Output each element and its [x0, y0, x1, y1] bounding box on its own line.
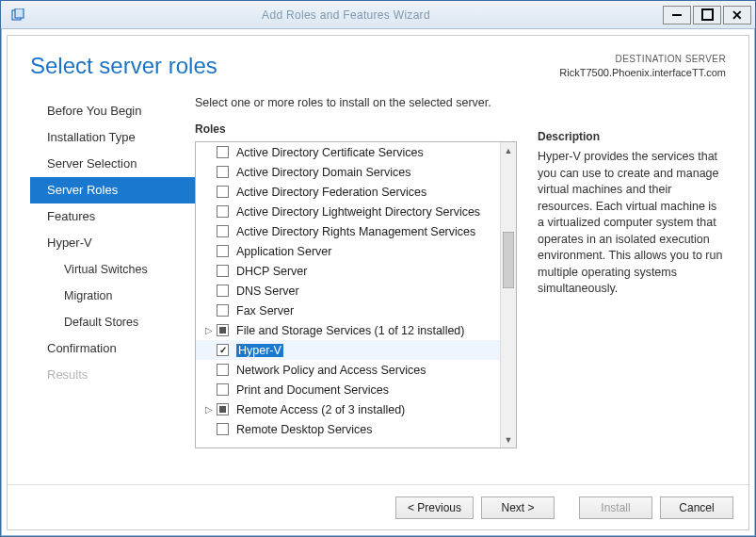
role-row[interactable]: Print and Document Services — [196, 380, 500, 399]
role-row[interactable]: Hyper-V — [196, 340, 500, 360]
minimize-button[interactable] — [663, 6, 691, 24]
instruction-text: Select one or more roles to install on t… — [195, 96, 517, 109]
description-column: Description Hyper-V provides the service… — [538, 87, 726, 477]
role-label: Active Directory Domain Services — [236, 166, 410, 179]
scroll-track[interactable] — [501, 158, 516, 431]
role-row[interactable]: Active Directory Federation Services — [196, 182, 500, 202]
content-inner: Select server roles DESTINATION SERVER R… — [7, 35, 749, 530]
role-checkbox[interactable] — [217, 205, 229, 218]
role-row[interactable]: ▷File and Storage Services (1 of 12 inst… — [196, 320, 500, 340]
nav-virtual-switches[interactable]: Virtual Switches — [30, 256, 195, 283]
main-panel: Select one or more roles to install on t… — [195, 85, 726, 477]
roles-label: Roles — [195, 122, 517, 136]
maximize-button[interactable] — [693, 6, 721, 24]
scroll-down-icon[interactable]: ▼ — [501, 431, 516, 448]
nav-installation-type[interactable]: Installation Type — [30, 124, 195, 151]
svg-rect-1 — [15, 8, 24, 18]
role-row[interactable]: DNS Server — [196, 281, 500, 301]
scroll-thumb[interactable] — [503, 232, 514, 288]
destination-block: DESTINATION SERVER RickT7500.Phoenix.int… — [559, 53, 726, 79]
close-button[interactable]: ✕ — [723, 6, 751, 24]
nav-default-stores[interactable]: Default Stores — [30, 309, 195, 335]
app-icon — [10, 8, 25, 23]
role-label: Active Directory Certificate Services — [236, 146, 424, 159]
role-label: DNS Server — [236, 285, 299, 298]
role-checkbox[interactable] — [217, 423, 229, 435]
nav-before-you-begin[interactable]: Before You Begin — [30, 98, 195, 124]
role-row[interactable]: Network Policy and Access Services — [196, 360, 500, 380]
role-checkbox[interactable] — [217, 383, 229, 396]
expand-icon[interactable]: ▷ — [203, 325, 215, 335]
wizard-nav: Before You Begin Installation Type Serve… — [30, 85, 195, 477]
role-label: DHCP Server — [236, 265, 307, 278]
nav-migration[interactable]: Migration — [30, 283, 195, 309]
window-title: Add Roles and Features Wizard — [31, 8, 661, 22]
cancel-button[interactable]: Cancel — [660, 496, 733, 519]
nav-hyper-v[interactable]: Hyper-V — [30, 230, 195, 256]
role-label: Active Directory Rights Management Servi… — [236, 225, 475, 238]
window-buttons: ✕ — [661, 6, 751, 24]
role-label: Remote Desktop Services — [236, 423, 373, 436]
role-row[interactable]: Active Directory Certificate Services — [196, 142, 500, 162]
destination-label: DESTINATION SERVER — [559, 53, 726, 66]
role-row[interactable]: Active Directory Rights Management Servi… — [196, 221, 500, 241]
install-button: Install — [579, 496, 652, 519]
role-checkbox[interactable] — [217, 245, 229, 257]
role-label: Print and Document Services — [236, 383, 389, 397]
nav-confirmation[interactable]: Confirmation — [30, 335, 195, 362]
role-checkbox[interactable] — [217, 186, 229, 198]
description-text: Hyper-V provides the services that you c… — [538, 149, 726, 298]
role-row[interactable]: Active Directory Domain Services — [196, 162, 500, 182]
role-row[interactable]: Active Directory Lightweight Directory S… — [196, 202, 500, 221]
role-checkbox[interactable] — [217, 324, 229, 336]
role-checkbox[interactable] — [217, 344, 229, 356]
scroll-up-icon[interactable]: ▲ — [501, 142, 516, 158]
expand-icon[interactable]: ▷ — [203, 404, 215, 415]
header-row: Select server roles DESTINATION SERVER R… — [8, 36, 748, 85]
page-title: Select server roles — [30, 53, 217, 79]
role-label: Remote Access (2 of 3 installed) — [236, 403, 405, 416]
roles-listbox[interactable]: Active Directory Certificate ServicesAct… — [195, 141, 517, 448]
wizard-window: Add Roles and Features Wizard ✕ Select s… — [0, 0, 756, 537]
role-label: Hyper-V — [236, 344, 283, 357]
role-checkbox[interactable] — [217, 403, 229, 415]
role-row[interactable]: Fax Server — [196, 301, 500, 320]
content-outer: Select server roles DESTINATION SERVER R… — [1, 29, 755, 536]
next-button[interactable]: Next > — [481, 496, 555, 519]
role-row[interactable]: ▷Remote Access (2 of 3 installed) — [196, 399, 500, 419]
roles-list: Active Directory Certificate ServicesAct… — [196, 142, 500, 448]
role-label: Active Directory Lightweight Directory S… — [236, 205, 480, 219]
nav-results: Results — [30, 362, 195, 388]
nav-server-selection[interactable]: Server Selection — [30, 151, 195, 177]
nav-server-roles[interactable]: Server Roles — [30, 177, 195, 203]
role-label: Network Policy and Access Services — [236, 364, 426, 377]
role-label: Fax Server — [236, 304, 294, 317]
role-row[interactable]: Application Server — [196, 241, 500, 261]
role-checkbox[interactable] — [217, 304, 229, 317]
titlebar: Add Roles and Features Wizard ✕ — [1, 1, 755, 29]
role-checkbox[interactable] — [217, 146, 229, 158]
role-checkbox[interactable] — [217, 265, 229, 277]
role-label: Application Server — [236, 245, 331, 258]
scrollbar[interactable]: ▲ ▼ — [500, 142, 516, 448]
roles-column: Select one or more roles to install on t… — [195, 87, 517, 477]
role-row[interactable]: DHCP Server — [196, 261, 500, 281]
role-label: Active Directory Federation Services — [236, 186, 426, 199]
role-checkbox[interactable] — [217, 285, 229, 297]
role-checkbox[interactable] — [217, 166, 229, 178]
role-row[interactable]: Remote Desktop Services — [196, 419, 500, 439]
previous-button[interactable]: < Previous — [395, 496, 474, 519]
role-checkbox[interactable] — [217, 225, 229, 237]
description-label: Description — [538, 130, 726, 143]
role-checkbox[interactable] — [217, 364, 229, 376]
nav-features[interactable]: Features — [30, 203, 195, 230]
body-row: Before You Begin Installation Type Serve… — [8, 85, 748, 484]
role-label: File and Storage Services (1 of 12 insta… — [236, 324, 465, 337]
footer: < Previous Next > Install Cancel — [8, 484, 748, 529]
destination-server: RickT7500.Phoenix.interfaceTT.com — [559, 66, 726, 80]
